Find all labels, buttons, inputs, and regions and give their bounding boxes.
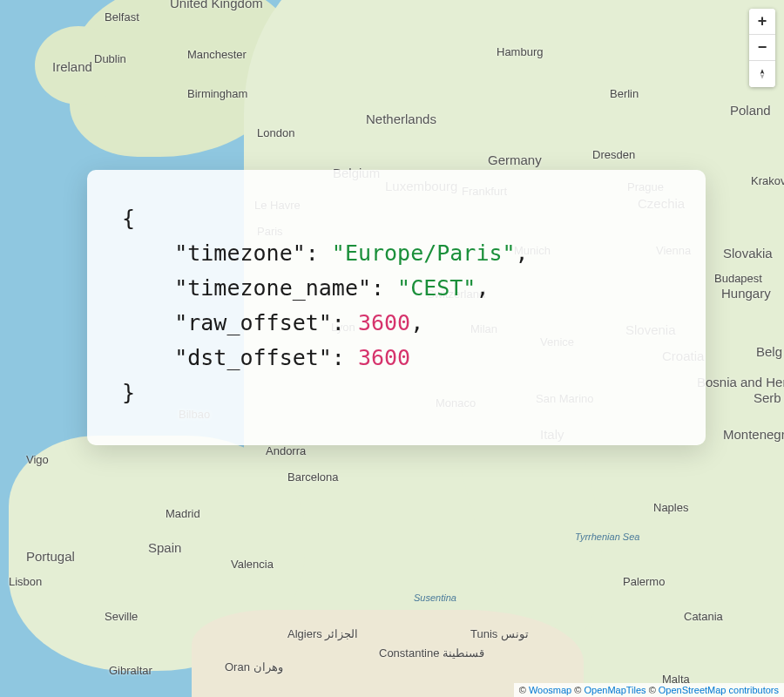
json-line: "dst_offset": 3600 [122, 341, 671, 376]
json-line: "timezone": "Europe/Paris", [122, 236, 671, 271]
city-label: Andorra [266, 444, 306, 457]
city-label: Krakov [751, 174, 784, 187]
json-sep: : [332, 310, 358, 335]
json-open-brace: { [122, 206, 135, 231]
json-overlay-card: { "timezone": "Europe/Paris", "timezone_… [87, 170, 706, 445]
country-label: United Kingdom [170, 0, 263, 10]
compass-button[interactable] [749, 61, 775, 87]
city-label: Naples [653, 501, 688, 514]
city-label: London [257, 126, 294, 139]
city-label: Lisbon [9, 575, 42, 588]
json-line: "raw_offset": 3600, [122, 306, 671, 341]
json-sep: : [371, 275, 397, 301]
country-label: Portugal [26, 549, 75, 564]
city-label: Vigo [26, 453, 49, 466]
json-value: "CEST" [397, 275, 476, 301]
sea-label: Tyrrhenian Sea [575, 531, 639, 542]
country-label: Serb Срб [754, 390, 784, 405]
attribution-prefix: © [519, 685, 529, 695]
city-label: Belfast [105, 10, 139, 24]
attribution-openmaptiles-link[interactable]: OpenMapTiles [584, 685, 645, 695]
json-comma: , [516, 240, 529, 266]
zoom-in-button[interactable]: + [749, 9, 775, 35]
sea-label: Susentina [414, 592, 456, 603]
json-close-brace: } [122, 380, 135, 405]
compass-icon [756, 68, 768, 80]
city-label: Barcelona [287, 470, 339, 484]
attribution-osm-link[interactable]: OpenStreetMap contributors [659, 685, 779, 695]
zoom-out-button[interactable]: − [749, 35, 775, 61]
city-label: Palermo [623, 575, 665, 588]
json-comma: , [410, 310, 423, 335]
country-label: Germany [488, 152, 542, 167]
city-label: Gibraltar [109, 664, 152, 677]
city-label: Constantine قسنطينة [379, 646, 484, 660]
json-line: "timezone_name": "CEST", [122, 271, 671, 306]
json-value: 3600 [358, 310, 410, 335]
zoom-controls: + − [749, 9, 775, 87]
country-label: Hungary [721, 286, 771, 301]
city-label: Budapest [714, 272, 762, 285]
attribution-woosmap-link[interactable]: Woosmap [529, 685, 571, 695]
city-label: Algiers الجزائر [287, 627, 358, 640]
country-label: Ireland [52, 59, 92, 74]
json-key: "dst_offset" [174, 345, 332, 370]
json-sep: : [306, 240, 332, 266]
attribution-sep: © [571, 685, 584, 695]
json-key: "raw_offset" [174, 310, 332, 335]
json-key: "timezone_name" [174, 275, 371, 301]
json-value: "Europe/Paris" [332, 240, 516, 266]
country-label: Bosnia and Herzegovina [697, 375, 784, 389]
attribution-sep: © [646, 685, 659, 695]
city-label: Madrid [166, 507, 200, 520]
map-container[interactable]: United KingdomIrelandNetherlandsGermanyB… [0, 0, 784, 697]
json-value: 3600 [358, 345, 410, 370]
country-label: Slovakia [723, 246, 773, 261]
map-attribution: © Woosmap © OpenMapTiles © OpenStreetMap… [514, 683, 784, 697]
json-key: "timezone" [174, 240, 306, 266]
json-comma: , [476, 275, 489, 301]
city-label: Berlin [610, 87, 639, 100]
city-label: Tunis تونس [470, 627, 529, 640]
country-label: Belg Беог [756, 344, 784, 359]
city-label: Hamburg [497, 45, 543, 58]
city-label: Birmingham [187, 87, 247, 100]
city-label: Dresden [592, 148, 635, 161]
country-label: Montenegro Црна Гор [723, 427, 784, 442]
city-label: Seville [105, 610, 138, 623]
city-label: Dublin [94, 52, 126, 65]
city-label: Oran وهران [225, 660, 283, 673]
city-label: Catania [684, 610, 723, 623]
country-label: Spain [148, 540, 181, 555]
country-label: Poland [730, 103, 771, 118]
country-label: Netherlands [366, 112, 436, 126]
city-label: Manchester [187, 48, 247, 61]
json-sep: : [332, 345, 358, 370]
city-label: Valencia [231, 558, 274, 571]
